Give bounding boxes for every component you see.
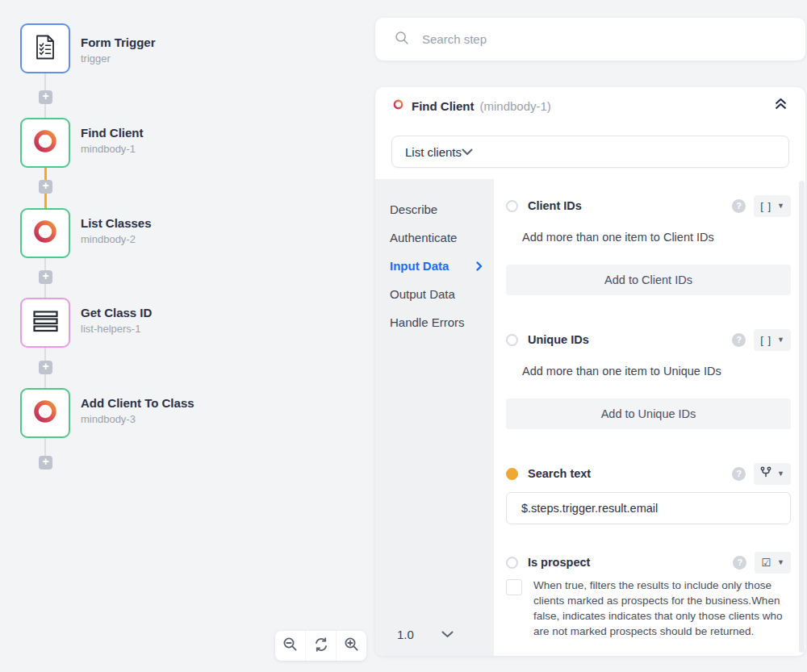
mindbody-icon <box>393 98 404 113</box>
field-type-selector[interactable]: ☑ ▼ <box>755 552 791 574</box>
boolean-type-icon: ☑ <box>761 557 771 569</box>
tab-output-data[interactable]: Output Data <box>375 280 494 308</box>
node-title: Form Trigger <box>81 35 156 50</box>
tab-label: Output Data <box>390 287 455 301</box>
field-description: When true, filters the results to includ… <box>533 578 790 639</box>
version-value: 1.0 <box>397 628 414 641</box>
panel-header: Find Client (mindbody-1) <box>375 87 805 124</box>
search-step-input[interactable] <box>422 32 792 46</box>
form-document-icon <box>35 35 56 63</box>
chevron-down-icon <box>462 144 473 159</box>
help-icon[interactable]: ? <box>732 333 746 347</box>
caret-down-icon: ▼ <box>777 558 784 566</box>
search-icon <box>395 31 409 48</box>
canvas-zoom-controls <box>275 631 366 661</box>
add-step-button[interactable]: + <box>39 361 52 374</box>
node-title: Find Client <box>81 126 144 140</box>
tab-input-data[interactable]: Input Data <box>375 252 494 280</box>
input-data-form: Client IDs ? [ ] ▼ Add more than one ite… <box>494 179 805 656</box>
tab-label: Describe <box>390 202 437 216</box>
node-subtitle: mindbody-1 <box>81 143 144 155</box>
tab-label: Input Data <box>390 259 449 273</box>
help-icon[interactable]: ? <box>732 467 746 481</box>
field-helper-text: Add more than one item to Unique IDs <box>522 365 791 378</box>
mindbody-icon <box>32 128 58 157</box>
node-list-classes[interactable] <box>20 208 70 258</box>
panel-nav: Describe Authenticate Input Data Output … <box>375 179 494 656</box>
node-add-client-to-class[interactable] <box>20 388 70 438</box>
add-step-button[interactable]: + <box>39 180 52 194</box>
help-icon[interactable]: ? <box>733 556 746 570</box>
field-type-selector[interactable]: ▼ <box>754 463 791 485</box>
node-get-class-id[interactable] <box>20 298 70 348</box>
search-text-input[interactable] <box>506 492 791 524</box>
caret-down-icon: ▼ <box>777 336 784 344</box>
tab-label: Authenticate <box>390 231 457 244</box>
tab-authenticate[interactable]: Authenticate <box>375 223 494 252</box>
field-helper-text: Add more than one item to Client IDs <box>522 231 791 244</box>
node-label: Form Trigger trigger <box>81 35 156 65</box>
field-status-circle-required <box>506 468 518 480</box>
zoom-in-button[interactable] <box>337 631 366 661</box>
field-search-text: Search text ? ▼ <box>506 463 791 484</box>
panel-body: Describe Authenticate Input Data Output … <box>375 179 805 656</box>
list-icon <box>33 311 58 336</box>
field-label: Search text <box>528 467 591 480</box>
zoom-out-button[interactable] <box>275 631 305 661</box>
form-scrollbar[interactable] <box>799 181 805 653</box>
add-to-unique-ids-button[interactable]: Add to Unique IDs <box>506 399 791 429</box>
field-label: Is prospect <box>528 556 590 569</box>
is-prospect-control: When true, filters the results to includ… <box>506 578 791 639</box>
node-label: Find Client mindbody-1 <box>81 126 144 155</box>
node-label: List Classes mindbody-2 <box>81 216 152 245</box>
caret-down-icon: ▼ <box>777 202 784 210</box>
field-status-circle <box>506 200 518 212</box>
node-find-client[interactable] <box>20 118 70 168</box>
zoom-in-icon <box>344 637 359 655</box>
field-type-selector[interactable]: [ ] ▼ <box>754 195 791 217</box>
add-step-button[interactable]: + <box>39 270 52 284</box>
reset-view-button[interactable] <box>306 631 336 661</box>
node-subtitle: trigger <box>81 52 156 65</box>
zoom-out-icon <box>282 637 298 655</box>
field-label: Client IDs <box>528 199 582 212</box>
tab-label: Handle Errors <box>390 315 465 329</box>
node-label: Add Client To Class mindbody-3 <box>81 396 194 425</box>
field-label: Unique IDs <box>528 333 589 346</box>
jsonpath-branch-icon <box>760 466 771 481</box>
tab-handle-errors[interactable]: Handle Errors <box>375 308 494 336</box>
mindbody-icon <box>32 219 58 248</box>
step-config-panel: Find Client (mindbody-1) List clients <box>375 87 805 656</box>
field-status-circle <box>506 557 518 569</box>
double-chevron-up-icon <box>774 98 788 114</box>
operation-selected-value: List clients <box>405 145 462 159</box>
field-is-prospect: Is prospect ? ☑ ▼ <box>506 552 791 573</box>
field-status-circle <box>506 334 518 346</box>
operation-select[interactable]: List clients <box>391 136 789 168</box>
field-type-selector[interactable]: [ ] ▼ <box>754 329 791 351</box>
mindbody-icon <box>32 399 58 428</box>
add-to-client-ids-button[interactable]: Add to Client IDs <box>506 265 791 295</box>
node-title: List Classes <box>81 216 152 231</box>
step-search-bar <box>375 18 805 61</box>
chevron-down-icon <box>441 631 454 638</box>
array-type-icon: [ ] <box>760 334 771 346</box>
panel-title: Find Client <box>412 99 475 113</box>
add-step-button[interactable]: + <box>39 456 52 470</box>
node-form-trigger[interactable] <box>20 23 70 73</box>
node-label: Get Class ID list-helpers-1 <box>81 306 152 335</box>
version-selector[interactable]: 1.0 <box>397 628 454 641</box>
node-title: Get Class ID <box>81 306 152 320</box>
array-type-icon: [ ] <box>760 200 771 212</box>
panel-subtitle: (mindbody-1) <box>480 99 551 113</box>
collapse-panel-button[interactable] <box>774 98 788 114</box>
help-icon[interactable]: ? <box>732 199 746 213</box>
add-step-button[interactable]: + <box>39 90 52 104</box>
node-subtitle: mindbody-3 <box>81 413 194 425</box>
tab-describe[interactable]: Describe <box>375 195 494 223</box>
node-subtitle: mindbody-2 <box>81 233 152 245</box>
workflow-builder-app: Form Trigger trigger + Find Client mindb… <box>0 0 807 672</box>
is-prospect-checkbox[interactable] <box>506 579 522 595</box>
node-title: Add Client To Class <box>81 396 194 411</box>
node-subtitle: list-helpers-1 <box>81 323 152 335</box>
